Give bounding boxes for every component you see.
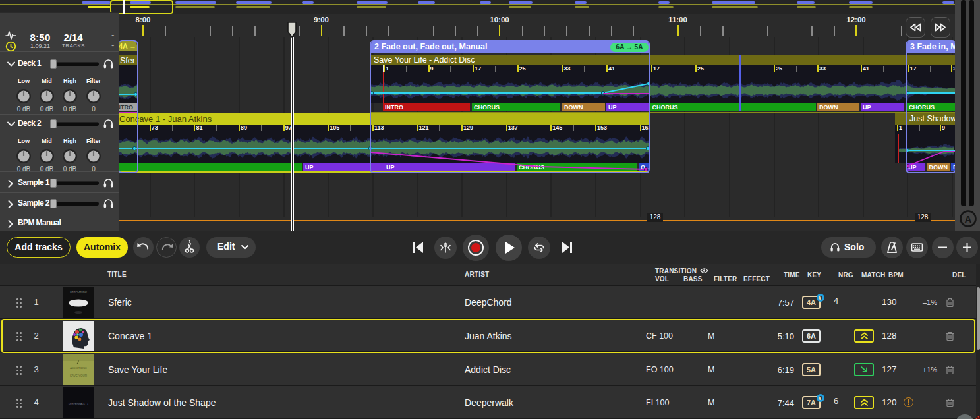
svg-text:DEEPCHORD: DEEPCHORD — [70, 290, 87, 293]
svg-text:A: A — [965, 213, 972, 225]
svg-text:ADDICT DISC: ADDICT DISC — [70, 366, 87, 370]
svg-text:SAVE YOUR: SAVE YOUR — [70, 374, 88, 377]
svg-text:DEEPERWALK · 1: DEEPERWALK · 1 — [69, 403, 88, 405]
